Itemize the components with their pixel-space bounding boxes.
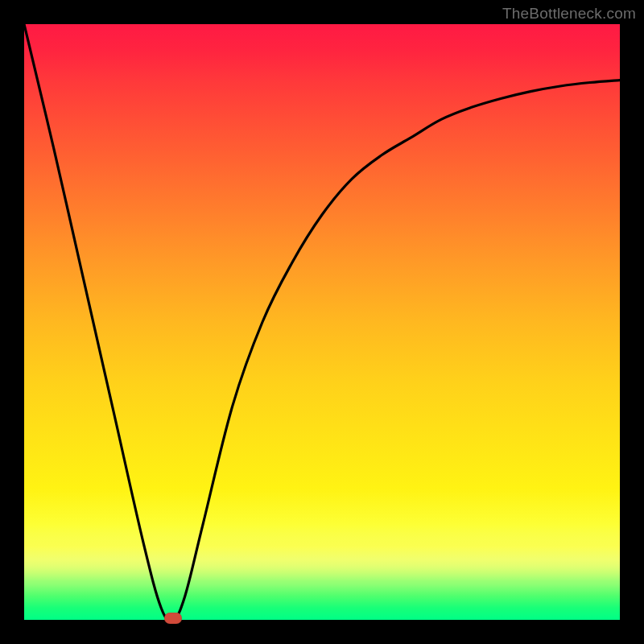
chart-frame: TheBottleneck.com [0, 0, 644, 644]
plot-area [24, 24, 620, 620]
bottleneck-curve [24, 24, 620, 620]
watermark-text: TheBottleneck.com [502, 5, 636, 23]
minimum-marker [164, 613, 182, 624]
curve-svg [24, 24, 620, 620]
